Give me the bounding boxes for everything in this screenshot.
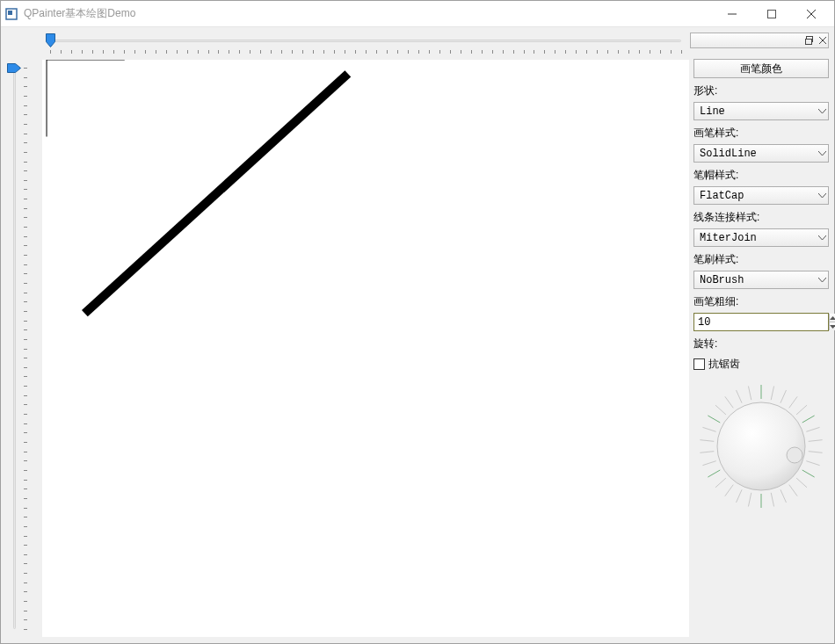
properties-panel: 画笔颜色 形状: Line 画笔样式: SolidLine 笔帽样式: Flat… <box>690 59 829 638</box>
pen-color-button[interactable]: 画笔颜色 <box>693 59 829 78</box>
spin-up-button[interactable] <box>830 314 835 322</box>
svg-line-23 <box>781 489 787 503</box>
svg-line-26 <box>748 493 751 507</box>
svg-line-31 <box>702 461 715 466</box>
window-controls <box>712 1 831 26</box>
svg-line-14 <box>796 405 807 415</box>
svg-line-13 <box>789 396 797 408</box>
cap-style-combo[interactable]: FlatCap <box>693 186 829 205</box>
svg-line-35 <box>708 416 720 423</box>
dock-close-icon[interactable] <box>819 37 826 44</box>
close-button[interactable] <box>791 1 831 26</box>
svg-line-16 <box>806 427 819 431</box>
pen-style-combo[interactable]: SolidLine <box>693 144 829 163</box>
svg-rect-7 <box>806 40 812 45</box>
svg-line-34 <box>702 427 715 431</box>
shape-combo[interactable]: Line <box>693 102 829 120</box>
pen-width-label: 画笔粗细: <box>693 293 829 309</box>
cap-style-value: FlatCap <box>700 190 744 202</box>
svg-line-24 <box>771 493 773 507</box>
dial-handle[interactable] <box>787 447 802 463</box>
join-style-value: MiterJoin <box>700 232 757 244</box>
horizontal-slider[interactable] <box>41 33 690 59</box>
vslider-handle[interactable] <box>7 63 21 73</box>
svg-line-20 <box>802 470 815 477</box>
svg-line-38 <box>737 390 743 403</box>
hslider-handle[interactable] <box>46 33 55 47</box>
titlebar[interactable]: QPainter基本绘图Demo <box>1 1 834 27</box>
svg-line-12 <box>781 390 787 403</box>
content-area: 画笔颜色 形状: Line 画笔样式: SolidLine 笔帽样式: Flat… <box>1 27 834 643</box>
pen-width-input[interactable] <box>694 314 829 330</box>
svg-line-17 <box>809 440 823 442</box>
svg-point-40 <box>717 402 805 490</box>
chevron-down-icon <box>818 105 826 118</box>
app-window: QPainter基本绘图Demo <box>0 0 835 644</box>
svg-rect-1 <box>8 11 12 15</box>
app-icon <box>4 7 18 21</box>
vertical-slider[interactable] <box>6 59 41 638</box>
minimize-button[interactable] <box>712 1 752 26</box>
brush-style-combo[interactable]: NoBrush <box>693 271 829 289</box>
svg-line-11 <box>771 387 773 401</box>
svg-rect-3 <box>767 10 775 18</box>
drawing-canvas[interactable] <box>41 59 690 638</box>
svg-line-30 <box>708 470 720 477</box>
cap-style-label: 笔帽样式: <box>693 166 829 183</box>
maximize-button[interactable] <box>752 1 791 26</box>
svg-line-27 <box>737 489 743 503</box>
svg-line-22 <box>789 485 797 496</box>
brush-style-label: 笔刷样式: <box>693 250 829 267</box>
chevron-down-icon <box>818 232 826 244</box>
chevron-down-icon <box>818 274 826 286</box>
shape-value: Line <box>700 105 725 118</box>
svg-line-28 <box>725 485 733 496</box>
pen-style-value: SolidLine <box>700 148 757 160</box>
antialias-checkbox[interactable] <box>693 358 705 370</box>
pen-style-label: 画笔样式: <box>693 124 829 141</box>
dock-float-icon[interactable] <box>805 36 814 45</box>
window-title: QPainter基本绘图Demo <box>24 6 712 21</box>
svg-line-29 <box>715 478 726 488</box>
svg-line-15 <box>802 416 815 423</box>
svg-line-39 <box>748 387 751 401</box>
svg-line-18 <box>809 452 823 453</box>
rotation-label: 旋转: <box>693 335 829 351</box>
pen-width-spinbox[interactable] <box>693 313 829 331</box>
drawn-line <box>84 74 347 314</box>
rotation-dial[interactable] <box>695 380 827 512</box>
svg-line-37 <box>725 396 733 408</box>
join-style-combo[interactable]: MiterJoin <box>693 228 829 247</box>
antialias-label: 抗锯齿 <box>708 357 740 372</box>
svg-line-33 <box>700 440 714 442</box>
svg-line-32 <box>700 452 714 453</box>
brush-style-value: NoBrush <box>700 274 744 286</box>
canvas-guide <box>47 60 125 137</box>
spin-down-button[interactable] <box>830 322 835 330</box>
chevron-down-icon <box>818 190 826 202</box>
shape-label: 形状: <box>693 82 829 98</box>
chevron-down-icon <box>818 148 826 160</box>
svg-line-21 <box>796 478 807 488</box>
svg-line-19 <box>806 461 819 466</box>
dock-header[interactable] <box>690 33 829 48</box>
svg-line-36 <box>715 405 726 415</box>
join-style-label: 线条连接样式: <box>693 208 829 225</box>
